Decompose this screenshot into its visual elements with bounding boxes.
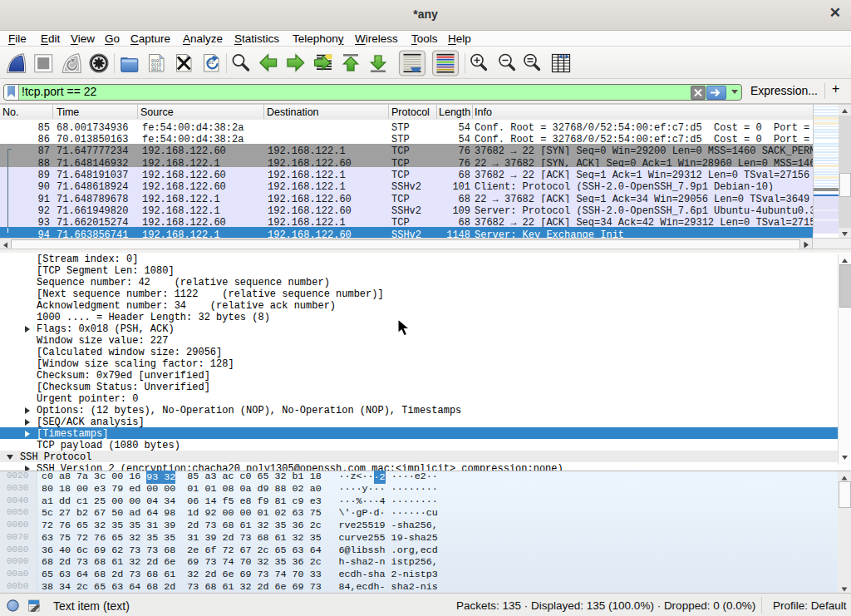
svg-text:0011: 0011 bbox=[151, 67, 161, 72]
